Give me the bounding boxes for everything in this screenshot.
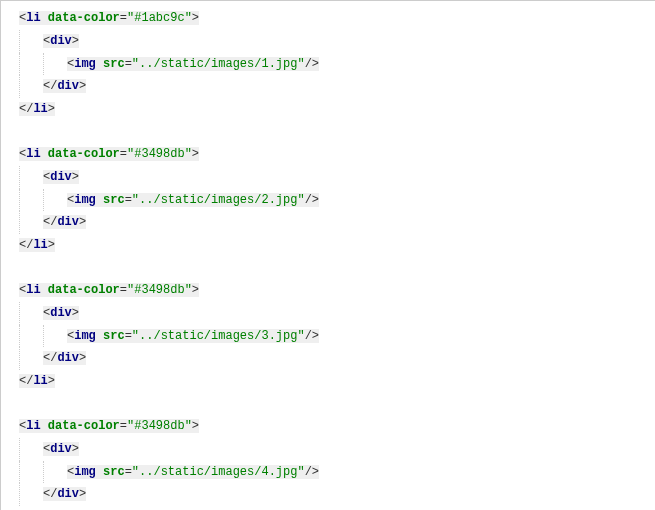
tag-li-close: li xyxy=(33,374,47,388)
attr-data-color: data-color xyxy=(48,11,120,25)
tag-div-open: div xyxy=(50,306,72,320)
tag-img: img xyxy=(74,57,96,71)
tag-div-open: div xyxy=(50,442,72,456)
blank-line xyxy=(19,257,655,279)
tag-div-open: div xyxy=(50,34,72,48)
tag-div-open: div xyxy=(50,170,72,184)
blank-line xyxy=(19,393,655,415)
code-line: </li> xyxy=(19,370,655,393)
attr-src: src xyxy=(103,465,125,479)
code-line: <div> xyxy=(19,30,655,53)
code-line: <li data-color="#3498db"> xyxy=(19,143,655,166)
attr-src-value: "../static/images/1.jpg" xyxy=(132,57,305,71)
tag-div-close: div xyxy=(57,79,79,93)
tag-img: img xyxy=(74,193,96,207)
tag-li-open: li xyxy=(26,419,40,433)
code-line: <div> xyxy=(19,438,655,461)
attr-src-value: "../static/images/2.jpg" xyxy=(132,193,305,207)
attr-data-color: data-color xyxy=(48,283,120,297)
tag-li-close: li xyxy=(33,102,47,116)
code-line: <li data-color="#1abc9c"> xyxy=(19,7,655,30)
code-line: <div> xyxy=(19,302,655,325)
tag-div-close: div xyxy=(57,487,79,501)
attr-data-color: data-color xyxy=(48,419,120,433)
code-line: <li data-color="#3498db"> xyxy=(19,279,655,302)
tag-li-close: li xyxy=(33,238,47,252)
attr-value-color: "#3498db" xyxy=(127,147,192,161)
tag-li-open: li xyxy=(26,283,40,297)
tag-li-open: li xyxy=(26,11,40,25)
code-line: </div> xyxy=(19,483,655,506)
attr-value-color: "#1abc9c" xyxy=(127,11,192,25)
tag-div-close: div xyxy=(57,215,79,229)
code-line: </li> xyxy=(19,506,655,510)
code-line: <img src="../static/images/1.jpg"/> xyxy=(19,53,655,76)
code-snippet: <li data-color="#1abc9c"> <div> <img src… xyxy=(1,1,655,510)
code-line: </div> xyxy=(19,347,655,370)
code-line: <div> xyxy=(19,166,655,189)
code-line: </li> xyxy=(19,234,655,257)
attr-value-color: "#3498db" xyxy=(127,283,192,297)
attr-value-color: "#3498db" xyxy=(127,419,192,433)
attr-src: src xyxy=(103,57,125,71)
code-line: </div> xyxy=(19,211,655,234)
attr-src-value: "../static/images/3.jpg" xyxy=(132,329,305,343)
tag-li-open: li xyxy=(26,147,40,161)
attr-data-color: data-color xyxy=(48,147,120,161)
tag-div-close: div xyxy=(57,351,79,365)
attr-src-value: "../static/images/4.jpg" xyxy=(132,465,305,479)
code-line: </li> xyxy=(19,98,655,121)
code-line: <img src="../static/images/3.jpg"/> xyxy=(19,325,655,348)
code-line: </div> xyxy=(19,75,655,98)
attr-src: src xyxy=(103,329,125,343)
attr-src: src xyxy=(103,193,125,207)
tag-img: img xyxy=(74,465,96,479)
tag-img: img xyxy=(74,329,96,343)
code-line: <img src="../static/images/2.jpg"/> xyxy=(19,189,655,212)
code-line: <img src="../static/images/4.jpg"/> xyxy=(19,461,655,484)
code-line: <li data-color="#3498db"> xyxy=(19,415,655,438)
blank-line xyxy=(19,121,655,143)
